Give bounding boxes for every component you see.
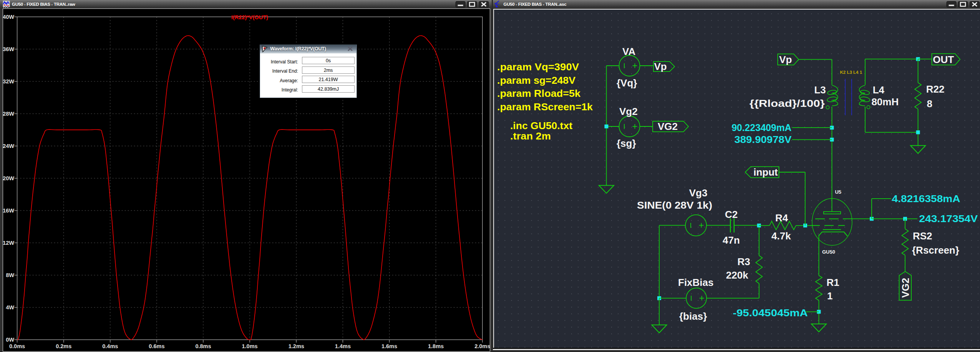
svg-text:40W: 40W <box>3 14 14 20</box>
svg-text:28W: 28W <box>3 111 14 117</box>
svg-text:12W: 12W <box>3 240 14 246</box>
svg-text:4W: 4W <box>6 304 14 310</box>
svg-text:0.4ms: 0.4ms <box>102 343 118 349</box>
svg-text:0.6ms: 0.6ms <box>149 343 164 349</box>
svg-text:16W: 16W <box>3 208 14 214</box>
svg-text:I(R22)*V(OUT): I(R22)*V(OUT) <box>231 14 268 20</box>
svg-text:1.6ms: 1.6ms <box>381 343 397 349</box>
svg-text:32W: 32W <box>3 78 14 85</box>
svg-text:0.0ms: 0.0ms <box>9 343 25 349</box>
svg-text:20W: 20W <box>3 175 14 181</box>
svg-text:1.2ms: 1.2ms <box>289 343 304 349</box>
svg-text:1.8ms: 1.8ms <box>428 343 444 349</box>
svg-text:0.8ms: 0.8ms <box>195 343 211 349</box>
svg-text:0.2ms: 0.2ms <box>56 343 71 349</box>
svg-text:8W: 8W <box>6 272 14 278</box>
svg-text:1.4ms: 1.4ms <box>335 343 351 349</box>
svg-text:2.0ms: 2.0ms <box>474 343 490 349</box>
svg-text:0W: 0W <box>6 337 14 343</box>
svg-text:36W: 36W <box>3 46 14 52</box>
svg-text:24W: 24W <box>3 143 14 149</box>
svg-text:1.0ms: 1.0ms <box>242 343 258 349</box>
